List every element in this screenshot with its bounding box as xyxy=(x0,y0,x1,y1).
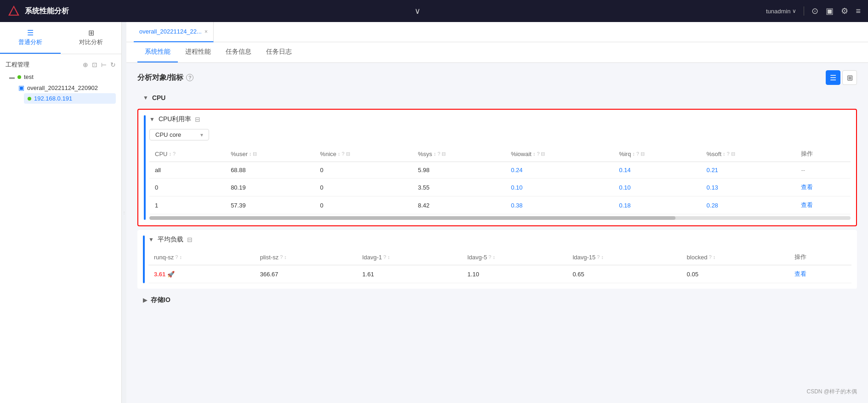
project-section-title: 工程管理 xyxy=(6,61,29,69)
sys-filter-icon[interactable]: ⊟ xyxy=(442,151,446,157)
user-circle-icon[interactable]: ⊙ xyxy=(811,6,818,16)
avg-view-link[interactable]: 查看 xyxy=(794,270,806,277)
topbar-right: tunadmin ∨ ⊙ ▣ ⚙ ≡ xyxy=(766,6,861,16)
ldavg1-sort-icon[interactable]: ↕ xyxy=(387,254,390,260)
layout: ☰ 普通分析 ⊞ 对比分析 工程管理 ⊕ ⊡ ⊢ ↻ ▬ xyxy=(0,22,868,403)
user-cell-0: 68.88 xyxy=(225,162,314,179)
tab-system-label: 系统性能 xyxy=(145,48,170,55)
cpu-help-icon[interactable]: ? xyxy=(173,151,176,157)
settings-icon[interactable]: ⚙ xyxy=(841,6,848,16)
nice-filter-icon[interactable]: ⊟ xyxy=(346,151,350,157)
tab-compare-analysis[interactable]: ⊞ 对比分析 xyxy=(61,22,121,54)
book-icon[interactable]: ▣ xyxy=(826,6,834,16)
th-nice-label: %nice xyxy=(320,151,336,157)
file-tab-active[interactable]: overall_20221124_22... × xyxy=(134,22,214,42)
list-view-button[interactable]: ☰ xyxy=(826,70,840,85)
sys-cell-0: 5.98 xyxy=(412,162,505,179)
nice-sort-icon[interactable]: ↕ xyxy=(338,151,340,157)
cpu-section-header[interactable]: ▼ CPU xyxy=(137,90,857,105)
avg-load-header: ▼ 平均负载 ⊟ xyxy=(148,235,851,244)
user-filter-icon[interactable]: ⊟ xyxy=(253,151,257,157)
avg-filter-icon[interactable]: ⊟ xyxy=(187,236,193,243)
blocked-sort-icon[interactable]: ↕ xyxy=(713,254,716,260)
ldavg5-sort-icon[interactable]: ↕ xyxy=(493,254,495,260)
sys-cell-2: 8.42 xyxy=(412,196,505,214)
tab-task-log[interactable]: 任务日志 xyxy=(259,42,299,62)
ldavg5-help-icon[interactable]: ? xyxy=(488,254,491,260)
user-menu[interactable]: tunadmin ∨ xyxy=(766,8,796,15)
import-icon[interactable]: ⊡ xyxy=(92,61,97,68)
section-help-icon[interactable]: ? xyxy=(186,74,193,81)
irq-filter-icon[interactable]: ⊟ xyxy=(641,151,645,157)
file-tab-close-icon[interactable]: × xyxy=(204,28,208,35)
iowait-sort-icon[interactable]: ↕ xyxy=(533,151,536,157)
th-iowait: %iowait ↕ ? ⊟ xyxy=(505,146,613,162)
th-nice: %nice ↕ ? ⊟ xyxy=(315,146,413,162)
cpu-core-dropdown[interactable]: CPU core ▾ xyxy=(149,129,209,140)
soft-sort-icon[interactable]: ↕ xyxy=(723,151,726,157)
cpu-sort-icon[interactable]: ↕ xyxy=(169,151,171,157)
runq-help-icon[interactable]: ? xyxy=(175,254,178,260)
irq-sort-icon[interactable]: ↕ xyxy=(632,151,635,157)
soft-filter-icon[interactable]: ⊟ xyxy=(731,151,735,157)
tab-process-label: 进程性能 xyxy=(185,48,211,55)
tab-system-performance[interactable]: 系统性能 xyxy=(137,42,178,62)
rocket-icon: 🚀 xyxy=(167,271,175,278)
plist-cell: 366.67 xyxy=(255,265,357,283)
refresh-icon[interactable]: ↻ xyxy=(110,61,116,68)
export-icon[interactable]: ⊢ xyxy=(101,61,107,68)
tab-process-performance[interactable]: 进程性能 xyxy=(178,42,218,62)
iowait-filter-icon[interactable]: ⊟ xyxy=(541,151,545,157)
avg-table-header: runq-sz ? ↕ plist-sz xyxy=(148,249,851,265)
view-link-2[interactable]: 查看 xyxy=(801,202,813,208)
file-tree-item[interactable]: ▣ overall_20221124_220902 xyxy=(15,82,116,93)
th-plist-label: plist-sz xyxy=(260,254,278,261)
th-ldavg5: ldavg-5 ? ↕ xyxy=(462,249,567,265)
plist-help-icon[interactable]: ? xyxy=(280,254,283,260)
ldavg15-sort-icon[interactable]: ↕ xyxy=(601,254,604,260)
irq-cell-0: 0.14 xyxy=(613,162,701,179)
horizontal-scrollbar[interactable] xyxy=(149,216,851,220)
disk-io-section-header[interactable]: ▶ 存储IO xyxy=(137,292,857,308)
user-sort-icon[interactable]: ↕ xyxy=(249,151,252,157)
resize-handle[interactable]: ⋮ xyxy=(122,22,126,403)
project-tree-item[interactable]: ▬ test xyxy=(6,72,116,82)
topbar: 系统性能分析 ∨ tunadmin ∨ ⊙ ▣ ⚙ ≡ xyxy=(0,0,868,22)
runq-alert-value: 3.61 🚀 xyxy=(154,271,175,278)
tab-task-info[interactable]: 任务信息 xyxy=(218,42,259,62)
nice-help-icon[interactable]: ? xyxy=(342,151,345,157)
avg-action-cell[interactable]: 查看 xyxy=(789,265,851,283)
ip-tree-item[interactable]: 192.168.0.191 xyxy=(24,93,116,104)
menu-icon[interactable]: ≡ xyxy=(856,6,861,16)
grid-view-button[interactable]: ⊞ xyxy=(842,70,857,85)
tab-normal-analysis[interactable]: ☰ 普通分析 xyxy=(0,22,61,54)
disk-collapse-icon: ▶ xyxy=(143,297,147,303)
runq-sort-icon[interactable]: ↕ xyxy=(179,254,182,260)
th-blocked-label: blocked xyxy=(687,254,708,261)
sys-help-icon[interactable]: ? xyxy=(437,151,440,157)
th-plist: plist-sz ? ↕ xyxy=(255,249,357,265)
view-toggle: ☰ ⊞ xyxy=(826,70,857,85)
action-cell-1[interactable]: 查看 xyxy=(795,179,851,196)
sys-sort-icon[interactable]: ↕ xyxy=(434,151,437,157)
plist-sort-icon[interactable]: ↕ xyxy=(284,254,287,260)
runq-cell: 3.61 🚀 xyxy=(148,265,255,283)
th-ldavg1: ldavg-1 ? ↕ xyxy=(357,249,462,265)
ldavg1-help-icon[interactable]: ? xyxy=(383,254,386,260)
section-title: 分析对象/指标 ? xyxy=(137,73,193,83)
utilization-filter-icon[interactable]: ⊟ xyxy=(195,116,200,123)
iowait-help-icon[interactable]: ? xyxy=(537,151,539,157)
file-tab-label: overall_20221124_22... xyxy=(139,28,202,35)
expand-icon[interactable]: ∨ xyxy=(414,6,420,16)
soft-help-icon[interactable]: ? xyxy=(727,151,730,157)
tab-taskinfo-label: 任务信息 xyxy=(226,48,251,55)
action-cell-2[interactable]: 查看 xyxy=(795,196,851,214)
blocked-help-icon[interactable]: ? xyxy=(709,254,711,260)
add-project-icon[interactable]: ⊕ xyxy=(83,61,88,68)
view-link-1[interactable]: 查看 xyxy=(801,184,813,190)
ldavg15-help-icon[interactable]: ? xyxy=(597,254,600,260)
irq-help-icon[interactable]: ? xyxy=(636,151,639,157)
cpu-utilization-inner: ▼ CPU利用率 ⊟ CPU core ▾ xyxy=(144,115,851,220)
th-irq-label: %irq xyxy=(619,151,631,157)
iowait-cell-1: 0.10 xyxy=(505,179,613,196)
